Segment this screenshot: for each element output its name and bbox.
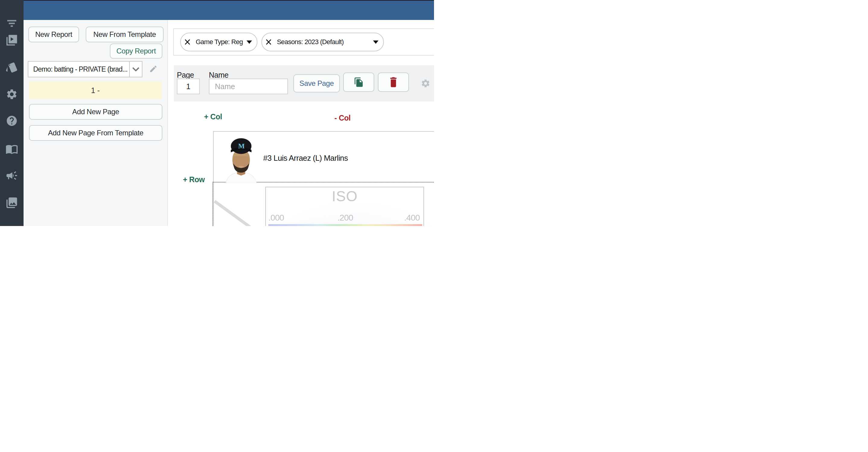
- svg-text:M: M: [238, 142, 245, 150]
